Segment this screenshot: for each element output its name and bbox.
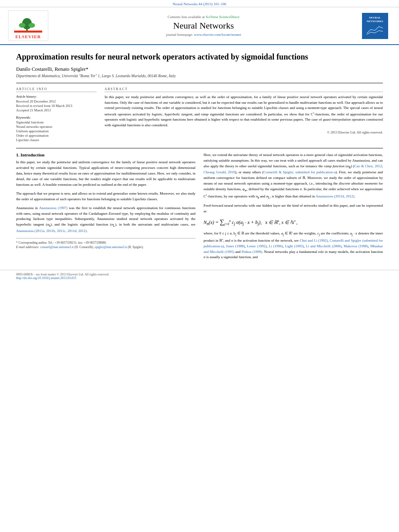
footnote-email: E-mail addresses: costarel@mat.uniroma3.… [16,245,195,249]
ref-anastassiou2011b[interactable]: 2011b, [46,229,56,233]
footnotes-area: * Corresponding author. Tel.: +39 065733… [16,238,195,249]
keyword-4: Order of approximation [16,134,97,138]
journal-logo-area: NEURAL NETWORKS [359,10,391,41]
homepage-line: journal homepage: www.elsevier.com/locat… [166,33,241,37]
ref-li1996[interactable]: Li (1996) [269,244,283,248]
formula-block: Nn(x) = ∑j=0n cj σ(aj · x + bj), x ∈ ℝs,… [204,218,383,226]
right-para1: Here, we extend the univariate theory of… [204,152,383,200]
keyword-3: Uniform approximation [16,129,97,133]
formula-content: Nn(x) = ∑j=0n cj σ(aj · x + bj), x ∈ ℝs,… [204,218,297,226]
accepted-date: Accepted 21 March 2013 [16,108,97,112]
body-columns: 1. Introduction In this paper, we study … [16,148,383,263]
ref-light1993[interactable]: Light (1993) [285,244,304,248]
abstract-text: In this paper, we study pointwise and un… [105,94,383,128]
doi-link[interactable]: http://dx.doi.org/10.1016/j.neunet.2013.… [16,276,76,280]
ref-anastassiou2011d-2012[interactable]: Anastassiou (2011d, 2012) [316,194,354,198]
email-spigler[interactable]: spigler@mat.uniroma3.it [95,245,127,249]
keyword-5: Lipschitz classes [16,138,97,142]
svg-rect-4 [14,31,42,33]
homepage-link[interactable]: www.elsevier.com/locate/neunet [194,33,241,37]
ref-jones1988[interactable]: Jones (1988) [226,244,245,248]
body-para2: The approach that we propose is new, and… [16,191,195,202]
ref-anastassiou2012[interactable]: 2012) [78,229,86,233]
copyright: © 2013 Elsevier Ltd. All rights reserved… [105,130,383,134]
body-para1: In this paper, we study the pointwise an… [16,160,195,188]
journal-logo-box: NEURAL NETWORKS [362,13,388,39]
sciverse-text: Contents lists available at [168,15,206,19]
bottom-copyright: 0893-6080/$ – see front matter © 2013 El… [16,273,109,276]
footnote-star: * Corresponding author. Tel.: +39 065733… [16,241,195,244]
main-content: Approximation results for neural network… [0,45,399,270]
body-para3: Anastassiou in Anastassiou (1997) was th… [16,205,195,234]
ref-cao2012[interactable]: Cao & Chen, 2012 [354,164,382,168]
ref-costarelli-spigler-a[interactable]: Costarelli & Spigler, submitted for publ… [263,170,335,174]
revised-date: Received in revised form 18 March 2013 [16,104,97,108]
ref-li-micchelli2000[interactable]: Li and Micchelli (2000) [306,244,341,248]
authors-line: Danilo Costarelli, Renato Spigler* [16,66,383,72]
journal-logo-chart [365,23,385,35]
ref-cheang2010[interactable]: Cheang Gerald, 2010 [204,170,235,174]
right-para2: Feed-forward neural networks with one hi… [204,203,383,214]
header-center: Contents lists available at SciVerse Sci… [52,10,355,41]
ref-anastassiou1997[interactable]: Anastassiou (1997) [39,206,68,210]
article-info-abstract: ARTICLE INFO Article history: Received 2… [16,83,383,142]
body-left: 1. Introduction In this paper, we study … [16,152,195,263]
received-date: Received 20 December 2012 [16,99,97,103]
ref-makovoz1998[interactable]: Makovoz (1998) [343,244,368,248]
author-names: Danilo Costarelli, Renato Spigler* [16,66,88,72]
history-label: Article history: [16,94,97,99]
ref-chui-li1992[interactable]: Chui and Li (1992) [300,238,328,242]
journal-citation-bar: Neural Networks 44 (2013) 101–106 [0,0,399,7]
sciverse-link[interactable]: SciVerse ScienceDirect [206,15,239,19]
keyword-2: Neural networks operators [16,125,97,129]
svg-point-2 [19,23,25,28]
elsevier-logo-area: ELSEVIER [8,10,48,41]
article-info-header: ARTICLE INFO [16,87,97,92]
journal-citation: Neural Networks 44 (2013) 101–106 [173,2,226,6]
ref-pinkus1999[interactable]: Pinkus (1999) [242,250,262,254]
section1-title: 1. Introduction [16,152,195,157]
journal-title-header: Neural Networks [173,21,234,31]
ref-lenze1992[interactable]: Lenze (1992) [247,244,267,248]
ref-anastassiou2011d[interactable]: 2011d, [68,229,77,233]
body-right: Here, we extend the univariate theory of… [204,152,383,263]
bottom-bar: 0893-6080/$ – see front matter © 2013 El… [0,270,399,282]
ref-anastassiou2011a[interactable]: Anastassiou (2011a, [16,229,45,233]
abstract-header: ABSTRACT [105,87,383,92]
elsevier-text: ELSEVIER [15,34,41,39]
homepage-text: journal homepage: [166,33,194,37]
svg-point-3 [29,23,35,28]
article-title: Approximation results for neural network… [16,51,383,62]
ref-anastassiou2011c[interactable]: 2011c, [57,229,67,233]
affiliation: Dipartimento di Matematica, Università "… [16,74,383,78]
journal-logo-line1: NEURAL [369,16,381,20]
sciverse-line: Contents lists available at SciVerse Sci… [168,15,240,19]
keywords-label: Keywords: [16,115,97,119]
elsevier-logo-svg [14,12,42,33]
email-costarelli[interactable]: costarel@mat.uniroma3.it [40,245,74,249]
journal-logo-line2: NETWORKS [366,20,383,23]
article-info-col: ARTICLE INFO Article history: Received 2… [16,87,97,142]
right-para3: where, for 0 ≤ j ≤ n, bj ∈ ℝ are the thr… [204,230,383,260]
keyword-1: Sigmoidal functions [16,120,97,124]
journal-header: ELSEVIER Contents lists available at Sci… [0,7,399,45]
abstract-col: ABSTRACT In this paper, we study pointwi… [105,87,383,142]
